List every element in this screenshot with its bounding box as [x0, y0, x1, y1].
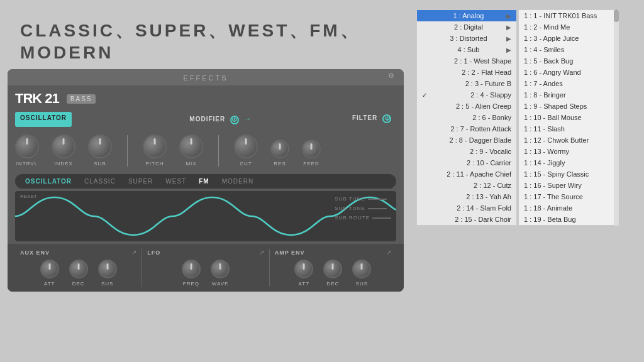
dropdown-col2-item-10[interactable]: 1 : 11 - Slash: [519, 123, 618, 134]
amp-att-knob[interactable]: [294, 260, 313, 278]
submenu-arrow-icon: ▶: [506, 35, 511, 42]
submenu-arrow-icon: ▶: [506, 24, 511, 31]
feed-knob[interactable]: [302, 140, 321, 158]
checkmark-icon: ✓: [422, 92, 427, 99]
intrvl-knob[interactable]: [15, 134, 39, 158]
dropdown-col2-item-5[interactable]: 1 : 6 - Angry Wand: [519, 67, 618, 78]
dropdown-col2-item-13[interactable]: 1 : 14 - Jiggly: [519, 157, 618, 168]
dropdown-col2-item-6[interactable]: 1 : 7 - Andes: [519, 78, 618, 89]
dropdown-col1-item-0[interactable]: 1 : Analog▶: [417, 10, 516, 21]
dropdown-col1-item-4[interactable]: 2 : 1 - West Shape: [417, 55, 516, 67]
synth-panel: CLASSIC、SUPER、WEST、FM、MODERN EFFECTS ⚙ T…: [8, 19, 410, 352]
dropdown-col1-item-10[interactable]: 2 : 7 - Rotten Attack: [417, 123, 516, 134]
trk-logo: TRK 21: [15, 90, 59, 107]
dropdown-col2-item-17[interactable]: 1 : 18 - Animate: [519, 202, 618, 214]
sub-tone-control: SUB TONE: [335, 206, 391, 211]
dropdown-col1-item-17[interactable]: 2 : 14 - Slam Fold: [417, 202, 516, 214]
submenu-arrow-icon: ▶: [506, 13, 511, 19]
amp-env-arrow[interactable]: ↗: [386, 249, 391, 256]
dropdown-col2-item-18[interactable]: 1 : 19 - Beta Bug: [519, 214, 618, 225]
lfo-wave-knob[interactable]: [211, 260, 230, 278]
dropdown-col1-item-16[interactable]: 2 : 13 - Yah Ah: [417, 191, 516, 202]
modifier-section-label: MODIFIER ⏻ →: [184, 112, 259, 127]
index-knob[interactable]: [52, 134, 75, 158]
dropdown-col1-item-2[interactable]: 3 : Distorted▶: [417, 33, 516, 44]
submenu-arrow-icon: ▶: [506, 47, 511, 53]
knob-pitch: PITCH: [143, 134, 167, 167]
separator-2: [218, 135, 219, 167]
aux-env-group: AUX ENV ↗ ATT DEC: [15, 249, 142, 287]
lfo-freq-knob[interactable]: [182, 260, 201, 278]
knob-intrvl: INTRVL: [15, 134, 39, 167]
synth-body: EFFECTS ⚙ TRK 21 BASS OSCILLATOR MODIFIE…: [8, 69, 404, 292]
dropdown-col2-item-3[interactable]: 1 : 4 - Smiles: [519, 44, 618, 55]
effects-bar: EFFECTS ⚙: [8, 69, 404, 85]
gear-icon[interactable]: ⚙: [388, 72, 396, 80]
aux-att-knob[interactable]: [40, 260, 59, 278]
dropdown-col1-item-3[interactable]: 4 : Sub▶: [417, 44, 516, 55]
dropdown-col1-item-5[interactable]: 2 : 2 - Flat Head: [417, 67, 516, 78]
res-knob[interactable]: [270, 140, 289, 158]
knob-cut: CUT: [234, 134, 258, 167]
aux-env-arrow[interactable]: ↗: [131, 249, 136, 256]
osc-mode-label: OSCILLATOR: [25, 178, 72, 185]
dropdown-col2-item-16[interactable]: 1 : 17 - The Source: [519, 191, 618, 202]
dropdown-col1-item-13[interactable]: 2 : 10 - Carrier: [417, 157, 516, 168]
mode-super[interactable]: SUPER: [128, 178, 153, 185]
dropdown-col2-item-14[interactable]: 1 : 15 - Spiny Classic: [519, 168, 618, 180]
knobs-row: INTRVL INDEX SUB PITCH MIX CUT: [8, 129, 404, 172]
effects-label: EFFECTS: [183, 74, 228, 82]
lfo-group: LFO ↗ FREQ WAVE: [142, 249, 269, 287]
filter-power-btn[interactable]: ⏻: [382, 114, 391, 123]
dropdown-col2: 1 : 1 - INIT TRK01 Bass1 : 2 - Mind Me1 …: [518, 9, 619, 226]
separator-1: [127, 135, 128, 167]
dropdown-col2-item-7[interactable]: 1 : 8 - Bringer: [519, 89, 618, 101]
scrollbar-track[interactable]: [614, 9, 619, 226]
dropdown-col2-wrapper: 1 : 1 - INIT TRK01 Bass1 : 2 - Mind Me1 …: [518, 9, 619, 226]
aux-dec-knob[interactable]: [69, 260, 88, 278]
mode-classic[interactable]: CLASSIC: [84, 178, 116, 185]
dropdown-col2-item-2[interactable]: 1 : 3 - Apple Juice: [519, 33, 618, 44]
sub-tune-control: SUB TUNE: [335, 196, 391, 202]
dropdown-col1-item-9[interactable]: 2 : 6 - Bonky: [417, 112, 516, 123]
modifier-arrow: →: [244, 114, 252, 123]
mode-west[interactable]: WEST: [165, 178, 186, 185]
mode-fm[interactable]: FM: [199, 178, 209, 185]
cut-knob[interactable]: [234, 134, 258, 158]
mix-knob[interactable]: [179, 134, 203, 158]
sub-controls: SUB TUNE SUB TONE SUB ROUTE: [335, 196, 391, 221]
lfo-arrow[interactable]: ↗: [259, 249, 264, 256]
modifier-power-btn[interactable]: ⏻: [230, 116, 239, 124]
dropdown-col2-item-15[interactable]: 1 : 16 - Super Wiry: [519, 180, 618, 191]
scrollbar-thumb[interactable]: [614, 9, 619, 22]
synth-header: TRK 21 BASS: [8, 85, 404, 112]
amp-dec-knob[interactable]: [323, 260, 342, 278]
dropdown-col1-item-1[interactable]: 2 : Digital▶: [417, 21, 516, 33]
dropdown-col1-item-6[interactable]: 2 : 3 - Future B: [417, 78, 516, 89]
dropdown-col2-item-1[interactable]: 1 : 2 - Mind Me: [519, 21, 618, 33]
dropdown-col2-item-9[interactable]: 1 : 10 - Ball Mouse: [519, 112, 618, 123]
mode-modern[interactable]: MODERN: [222, 178, 253, 185]
dropdown-col2-item-8[interactable]: 1 : 9 - Shaped Steps: [519, 101, 618, 112]
dropdown-col2-item-12[interactable]: 1 : 13 - Wormy: [519, 146, 618, 157]
dropdown-panel: 1 : Analog▶2 : Digital▶3 : Distorted▶4 :…: [416, 9, 636, 226]
dropdown-col1-item-11[interactable]: 2 : 8 - Dagger Blade: [417, 134, 516, 146]
amp-sus-knob[interactable]: [352, 260, 371, 278]
dropdown-col1-item-12[interactable]: 2 : 9 - Vocalic: [417, 146, 516, 157]
dropdown-col1-item-14[interactable]: 2 : 11 - Apache Chief: [417, 168, 516, 180]
pitch-knob[interactable]: [143, 134, 167, 158]
tagline: CLASSIC、SUPER、WEST、FM、MODERN: [8, 19, 410, 63]
dropdown-col1-item-18[interactable]: 2 : 15 - Dark Choir: [417, 214, 516, 225]
sub-knob[interactable]: [88, 134, 112, 158]
dropdown-col2-item-0[interactable]: 1 : 1 - INIT TRK01 Bass: [519, 10, 618, 21]
aux-sus-knob[interactable]: [98, 260, 117, 278]
dropdown-col2-item-11[interactable]: 1 : 12 - Chwok Butter: [519, 134, 618, 146]
amp-env-group: AMP ENV ↗ ATT DEC: [270, 249, 396, 287]
knob-feed: FEED: [302, 140, 321, 167]
dropdown-col2-item-4[interactable]: 1 : 5 - Back Bug: [519, 55, 618, 67]
env-row: AUX ENV ↗ ATT DEC: [15, 249, 396, 287]
dropdown-col1-item-8[interactable]: 2 : 5 - Alien Creep: [417, 101, 516, 112]
dropdown-col1-item-15[interactable]: 2 : 12 - Cutz: [417, 180, 516, 191]
dropdown-col1-item-7[interactable]: ✓2 : 4 - Slappy: [417, 89, 516, 101]
section-labels: OSCILLATOR MODIFIER ⏻ → FILTER ⏻: [8, 112, 404, 129]
